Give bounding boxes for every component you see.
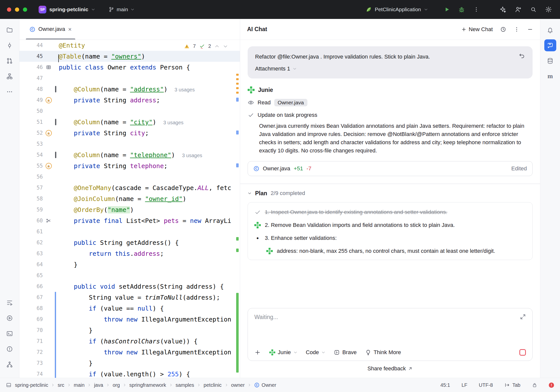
project-icon[interactable] — [4, 24, 16, 36]
plan-toggle[interactable]: Plan 2/9 completed — [248, 190, 533, 197]
branch-selector[interactable]: main — [109, 6, 135, 12]
notifications-icon[interactable] — [544, 24, 556, 36]
breadcrumb-item[interactable]: spring-petclinic — [15, 382, 48, 388]
usages-inlay-hint[interactable]: 3 usages — [163, 120, 183, 125]
read-file-chip[interactable]: Owner.java — [274, 99, 307, 106]
breadcrumb-item[interactable]: COwner — [254, 382, 276, 388]
line-number[interactable]: 52 — [19, 130, 43, 136]
run-icon[interactable] — [4, 312, 16, 324]
build-icon[interactable] — [4, 297, 16, 309]
line-number[interactable]: 68 — [19, 305, 43, 311]
line-number[interactable]: 59 — [19, 207, 43, 213]
caret-position-widget[interactable]: 45:1 — [440, 382, 450, 388]
breadcrumb-item[interactable]: java — [94, 382, 103, 388]
prev-problem-icon[interactable] — [214, 44, 219, 49]
minimize-window-button[interactable] — [15, 7, 19, 12]
line-number[interactable]: 51 — [19, 119, 43, 125]
structure-icon[interactable] — [4, 70, 16, 82]
tab-owner-java[interactable]: C Owner.java × — [25, 19, 76, 40]
maximize-window-button[interactable] — [23, 7, 27, 12]
line-number[interactable]: 44 — [19, 42, 43, 48]
brave-mode-toggle[interactable]: Brave — [334, 349, 356, 356]
line-number[interactable]: 45 — [19, 53, 43, 59]
version-control-icon[interactable] — [4, 358, 16, 370]
more-actions-button[interactable] — [473, 6, 479, 12]
line-number[interactable]: 64 — [19, 261, 43, 267]
edited-file-card[interactable]: C Owner.java +51 -7 Edited — [248, 161, 533, 176]
error-indicator[interactable]: ! — [549, 383, 554, 388]
line-separator-widget[interactable]: LF — [462, 382, 467, 388]
line-number[interactable]: 74 — [19, 371, 43, 377]
breadcrumb-item[interactable]: owner — [231, 382, 245, 388]
line-number[interactable]: 56 — [19, 174, 43, 180]
more-icon[interactable] — [4, 86, 16, 98]
project-selector[interactable]: SP spring-petclinic — [39, 6, 95, 13]
terminal-icon[interactable] — [4, 327, 16, 339]
code-with-me-icon[interactable] — [515, 6, 522, 13]
line-number[interactable]: 46 — [19, 64, 43, 70]
maven-icon[interactable]: m — [544, 70, 556, 82]
usages-inlay-hint[interactable]: 3 usages — [175, 87, 195, 92]
tool-window-layout-icon[interactable] — [6, 382, 11, 388]
line-number[interactable]: 47 — [19, 75, 43, 81]
line-number[interactable]: 60 — [19, 218, 43, 224]
usages-inlay-hint[interactable]: 3 usages — [182, 153, 202, 158]
line-number[interactable]: 70 — [19, 327, 43, 333]
tab-close-icon[interactable]: × — [68, 26, 72, 32]
line-number[interactable]: 50 — [19, 108, 43, 114]
breadcrumb-item[interactable]: src — [58, 382, 64, 388]
mode-selector[interactable]: Code — [306, 349, 326, 356]
line-number[interactable]: 54 — [19, 152, 43, 158]
line-number[interactable]: 55 — [19, 163, 43, 169]
line-number[interactable]: 58 — [19, 196, 43, 202]
gutter[interactable] — [43, 218, 54, 223]
chat-options-kebab-icon[interactable] — [514, 26, 520, 32]
agent-selector[interactable]: Junie — [269, 349, 297, 356]
line-number[interactable]: 62 — [19, 240, 43, 246]
breadcrumb-item[interactable]: org — [113, 382, 120, 388]
attach-plus-icon[interactable] — [254, 349, 261, 356]
line-number[interactable]: 53 — [19, 141, 43, 147]
database-icon[interactable] — [544, 55, 556, 67]
indent-widget[interactable]: Tab — [504, 382, 520, 388]
line-number[interactable]: 48 — [19, 86, 43, 92]
breadcrumb-item[interactable]: petclinic — [204, 382, 221, 388]
next-problem-icon[interactable] — [223, 44, 228, 49]
gutter[interactable]: a — [43, 130, 54, 136]
history-clock-icon[interactable] — [500, 26, 506, 32]
ai-assistant-icon[interactable] — [499, 6, 506, 13]
tab-options-kebab-icon[interactable] — [233, 26, 240, 32]
encoding-widget[interactable]: UTF-8 — [479, 382, 493, 388]
line-number[interactable]: 49 — [19, 97, 43, 103]
breadcrumb-item[interactable]: main — [74, 382, 84, 388]
breadcrumb-item[interactable]: springframework — [129, 382, 166, 388]
line-number[interactable]: 72 — [19, 349, 43, 355]
expand-input-icon[interactable] — [520, 314, 526, 320]
search-icon[interactable] — [530, 6, 537, 13]
inspection-widget[interactable]: 7 2 — [182, 42, 230, 50]
code-editor[interactable]: 44@Entity45@Table(name = "owners")46publ… — [19, 40, 240, 378]
lock-icon[interactable] — [532, 382, 537, 388]
ai-chat-icon[interactable] — [544, 39, 556, 51]
gutter[interactable] — [43, 65, 54, 70]
error-stripe[interactable] — [235, 40, 239, 378]
line-number[interactable]: 65 — [19, 272, 43, 278]
line-number[interactable]: 69 — [19, 316, 43, 322]
chat-input[interactable]: Waiting... Junie Code — [248, 308, 533, 361]
breadcrumb-item[interactable]: samples — [176, 382, 194, 388]
think-more-toggle[interactable]: Think More — [365, 349, 401, 356]
line-number[interactable]: 63 — [19, 251, 43, 257]
hide-panel-icon[interactable] — [527, 26, 533, 32]
line-number[interactable]: 73 — [19, 360, 43, 366]
line-number[interactable]: 71 — [19, 338, 43, 344]
line-number[interactable]: 57 — [19, 185, 43, 191]
line-number[interactable]: 67 — [19, 294, 43, 300]
new-chat-button[interactable]: New Chat — [461, 26, 493, 33]
attachments-toggle[interactable]: Attachments 1 — [255, 65, 525, 72]
run-configuration[interactable]: PetClinicApplication — [366, 6, 428, 12]
run-button[interactable] — [444, 6, 450, 12]
share-feedback-link[interactable]: Share feedback — [248, 361, 533, 373]
gutter[interactable]: a — [43, 163, 54, 169]
close-window-button[interactable] — [7, 7, 11, 12]
line-number[interactable]: 61 — [19, 229, 43, 235]
